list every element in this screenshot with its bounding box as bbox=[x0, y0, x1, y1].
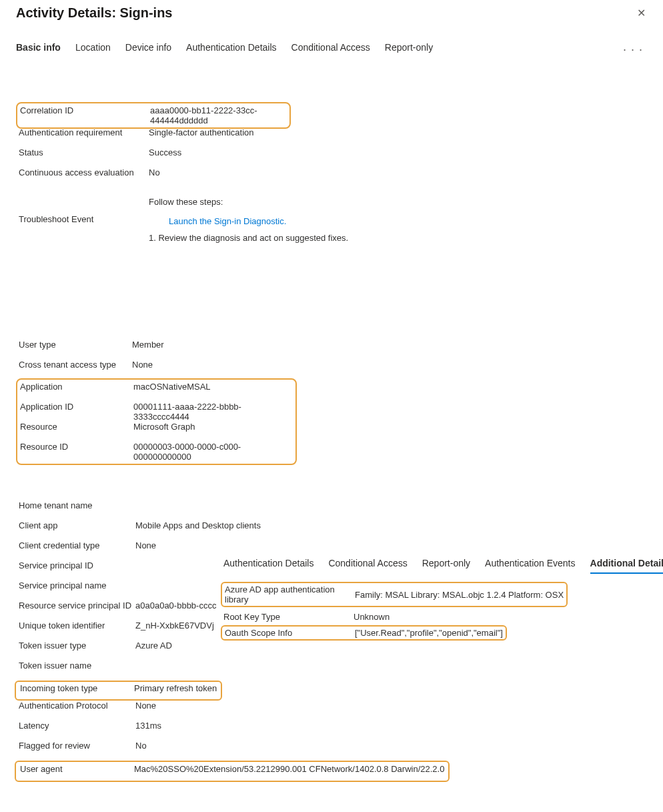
block-token-details: Home tenant name Client app Mobile Apps … bbox=[16, 500, 647, 782]
label-sp-name: Service principal name bbox=[19, 580, 135, 590]
value-user-type: Member bbox=[132, 340, 164, 350]
tab-basic-info[interactable]: Basic info bbox=[16, 42, 61, 57]
label-auth-library: Azure AD app authentication library bbox=[225, 584, 355, 604]
tab-conditional-access[interactable]: Conditional Access bbox=[291, 42, 370, 57]
value-auth-req: Single-factor authentication bbox=[149, 127, 254, 137]
block-basic-top: Correlation ID aaaa0000-bb11-2222-33cc-4… bbox=[16, 103, 647, 246]
label-issuer-name: Token issuer name bbox=[19, 661, 135, 671]
value-rsp-id: a0a0a0a0-bbbb-cccc bbox=[135, 600, 216, 611]
value-application: macOSNativeMSAL bbox=[133, 382, 211, 392]
side-tab-report-only[interactable]: Report-only bbox=[422, 558, 470, 572]
label-home-tenant: Home tenant name bbox=[19, 500, 135, 510]
label-cross-tenant: Cross tenant access type bbox=[19, 360, 132, 370]
row-auth-library: Azure AD app authentication library Fami… bbox=[221, 582, 568, 607]
text-follow-steps: Follow these steps: bbox=[149, 197, 348, 207]
additional-tabs: Authentication Details Conditional Acces… bbox=[223, 558, 637, 574]
value-latency: 131ms bbox=[135, 721, 161, 731]
link-launch-diagnostic[interactable]: Launch the Sign-in Diagnostic. bbox=[169, 216, 286, 226]
value-client-cred: None bbox=[135, 540, 156, 550]
value-status: Success bbox=[149, 147, 181, 157]
label-application-id: Application ID bbox=[20, 402, 133, 412]
value-cross-tenant: None bbox=[132, 360, 153, 370]
label-application: Application bbox=[20, 382, 133, 392]
text-review-step: 1. Review the diagnosis and act on sugge… bbox=[149, 230, 348, 247]
label-status: Status bbox=[19, 147, 149, 157]
value-incoming-token: Primary refresh token bbox=[134, 683, 217, 693]
label-cae: Continuous access evaluation bbox=[19, 167, 149, 177]
value-issuer-type: Azure AD bbox=[135, 641, 172, 651]
side-tab-auth-details[interactable]: Authentication Details bbox=[223, 558, 313, 572]
label-flagged: Flagged for review bbox=[19, 741, 135, 751]
label-resource-id: Resource ID bbox=[20, 442, 133, 452]
tab-authentication-details[interactable]: Authentication Details bbox=[186, 42, 276, 57]
value-resource-id: 00000003-0000-0000-c000-000000000000 bbox=[133, 442, 293, 462]
page-title: Activity Details: Sign-ins bbox=[16, 5, 173, 21]
side-tab-additional-details[interactable]: Additional Details bbox=[590, 558, 663, 574]
value-oauth-scope: ["User.Read","profile","openid","email"] bbox=[355, 628, 503, 638]
close-icon[interactable]: ✕ bbox=[632, 4, 651, 22]
label-rsp-id: Resource service principal ID bbox=[19, 600, 135, 611]
value-uti: Z_nH-XxbkE67VDVj bbox=[135, 621, 214, 631]
row-oauth-scope: Oauth Scope Info ["User.Read","profile",… bbox=[221, 625, 507, 641]
label-troubleshoot: Troubleshoot Event bbox=[19, 197, 149, 224]
label-user-agent: User agent bbox=[20, 764, 134, 774]
value-cae: No bbox=[149, 167, 160, 177]
value-resource: Microsoft Graph bbox=[133, 422, 195, 432]
more-icon[interactable]: · · · bbox=[620, 43, 646, 57]
value-client-app: Mobile Apps and Desktop clients bbox=[135, 520, 261, 530]
value-correlation-id: aaaa0000-bb11-2222-33cc-444444dddddd bbox=[150, 105, 287, 125]
label-correlation-id: Correlation ID bbox=[20, 105, 150, 115]
label-incoming-token: Incoming token type bbox=[20, 683, 134, 693]
label-client-app: Client app bbox=[19, 520, 135, 530]
block-application: User type Member Cross tenant access typ… bbox=[16, 340, 647, 464]
additional-details-overlay: Authentication Details Conditional Acces… bbox=[223, 558, 637, 639]
label-resource: Resource bbox=[20, 422, 133, 432]
label-issuer-type: Token issuer type bbox=[19, 641, 135, 651]
main-tabs: Basic info Location Device info Authenti… bbox=[16, 42, 433, 57]
label-client-cred: Client credential type bbox=[19, 540, 135, 550]
side-tab-auth-events[interactable]: Authentication Events bbox=[485, 558, 575, 572]
label-uti: Unique token identifier bbox=[19, 621, 135, 631]
label-user-type: User type bbox=[19, 340, 132, 350]
label-auth-req: Authentication requirement bbox=[19, 127, 149, 137]
side-tab-conditional-access[interactable]: Conditional Access bbox=[328, 558, 407, 572]
label-auth-proto: Authentication Protocol bbox=[19, 701, 135, 711]
value-user-agent: Mac%20SSO%20Extension/53.2212990.001 CFN… bbox=[134, 764, 444, 774]
label-root-key-type: Root Key Type bbox=[223, 612, 354, 622]
label-sp-id: Service principal ID bbox=[19, 560, 135, 570]
label-oauth-scope: Oauth Scope Info bbox=[225, 628, 355, 638]
value-auth-proto: None bbox=[135, 701, 156, 711]
tab-location[interactable]: Location bbox=[75, 42, 111, 57]
tab-report-only[interactable]: Report-only bbox=[385, 42, 433, 57]
value-root-key-type: Unknown bbox=[354, 612, 390, 622]
value-application-id: 00001111-aaaa-2222-bbbb-3333cccc4444 bbox=[133, 402, 293, 422]
value-flagged: No bbox=[135, 741, 147, 751]
label-latency: Latency bbox=[19, 721, 135, 731]
tab-device-info[interactable]: Device info bbox=[125, 42, 171, 57]
value-auth-library: Family: MSAL Library: MSAL.objc 1.2.4 Pl… bbox=[355, 590, 564, 600]
